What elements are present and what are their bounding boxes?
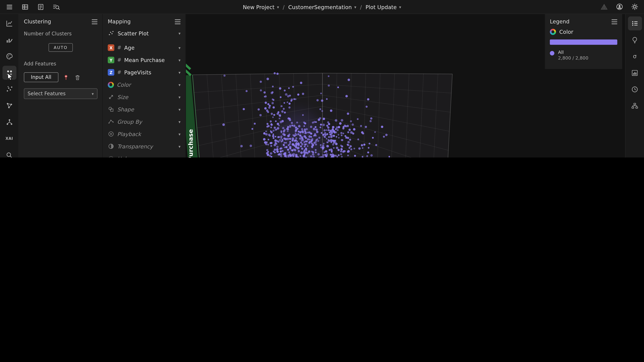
panel-menu-icon[interactable] [92,19,98,24]
mapping-feature-label: Playback [117,131,176,137]
clustering-panel-title: Clustering [24,18,51,24]
color-wheel-icon [108,81,114,88]
scatter-tool-icon[interactable] [2,82,16,96]
mapping-row-y[interactable]: Y # Mean Purchase ▾ [103,54,186,66]
settings-gear-icon[interactable] [630,2,639,11]
chevron-down-icon[interactable]: ▾ [178,45,181,50]
chevron-down-icon[interactable]: ▾ [178,144,181,149]
add-features-row: Input All [19,72,102,82]
legend-group-name: All [558,50,588,55]
plot-tool-icon[interactable] [2,16,16,30]
breadcrumb-separator: / [360,4,362,10]
mapping-row-z[interactable]: Z # PageVisits ▾ [103,66,186,78]
history-icon[interactable] [628,82,642,96]
mapping-panel: Mapping Scatter Plot ▾ X # Age ▾ Y # Mea… [103,14,186,157]
select-features-dropdown[interactable]: Select Features ▾ [24,88,98,99]
topbar-left-group [5,2,61,11]
user-avatar-icon[interactable] [615,2,624,11]
numeric-type-icon: # [117,69,121,75]
chevron-down-icon[interactable]: ▾ [178,70,181,74]
plot-type-selector[interactable]: Scatter Plot ▾ [103,27,186,39]
input-all-button[interactable]: Input All [24,72,58,82]
mapping-row-color[interactable]: Color ▾ [103,78,186,91]
breadcrumb-plot[interactable]: Plot Update ▾ [366,4,401,10]
mapping-row-transparency[interactable]: Transparency ▾ [103,140,186,152]
mapping-row-halo[interactable]: Halo ▾ [103,152,186,157]
search-tool-icon[interactable] [2,148,16,157]
legend-panel-header: Legend [545,14,622,27]
notes-icon[interactable] [36,2,45,11]
mapping-feature-label: PageVisits [124,69,176,75]
numeric-type-icon: # [117,45,121,51]
breadcrumb-project-label: New Project [243,4,274,10]
chevron-down-icon[interactable]: ▾ [354,5,356,9]
legend-group-swatch[interactable] [550,51,554,55]
mapping-panel-header: Mapping [103,14,186,27]
chevron-down-icon[interactable]: ▾ [178,156,181,157]
chevron-down-icon[interactable]: ▾ [178,95,181,99]
legend-group-row[interactable]: All 2,800 / 2,800 [545,45,622,61]
chevron-down-icon[interactable]: ▾ [277,5,279,9]
y-axis-badge-icon: Y [108,57,114,63]
chevron-down-icon[interactable]: ▾ [178,82,181,87]
chevron-down-icon[interactable]: ▾ [178,31,181,35]
mapping-feature-label: Shape [117,106,176,112]
clustering-panel: Clustering Number of Clusters AUTO Add F… [19,14,103,157]
mapping-row-size[interactable]: Size ▾ [103,91,186,103]
legend-color-bar[interactable] [550,39,617,45]
playback-icon [108,131,114,137]
color-wheel-icon [550,29,556,35]
chevron-down-icon[interactable]: ▾ [178,107,181,112]
data-table-icon[interactable] [20,2,30,11]
svg-text:Y: Mean Purchase: Y: Mean Purchase [187,129,194,157]
mapping-row-playback[interactable]: Playback ▾ [103,128,186,140]
sigma-stats-icon[interactable]: σ [628,49,642,63]
mapping-feature-label: Group By [117,118,176,125]
annotate-chart-icon[interactable] [2,33,16,47]
xai-tool-icon[interactable]: XAI [2,132,16,145]
hierarchy-icon[interactable] [628,99,642,113]
chevron-down-icon[interactable]: ▾ [178,119,181,124]
chart-table-icon[interactable] [628,66,642,80]
right-tool-rail: σ [625,14,644,157]
chevron-down-icon[interactable]: ▾ [399,5,401,9]
chevron-down-icon[interactable]: ▾ [178,58,181,62]
clustering-tool-icon[interactable] [2,66,16,80]
mapping-feature-label: Transparency [117,143,176,149]
select-features-value: Select Features [28,91,66,96]
mapping-feature-label: Color [117,81,176,88]
z-axis-badge-icon: Z [108,69,114,76]
trash-icon[interactable] [74,74,81,81]
panel-menu-icon[interactable] [175,19,180,24]
mapping-row-groupby[interactable]: Group By ▾ [103,115,186,128]
shape-icon [108,106,114,113]
sigma-glyph: σ [633,53,636,60]
mapping-row-x[interactable]: X # Age ▾ [103,41,186,54]
clustering-panel-header: Clustering [19,14,102,27]
mapping-row-shape[interactable]: Shape ▾ [103,103,186,115]
unpin-icon[interactable] [62,74,70,81]
mapping-feature-label: Size [117,94,176,100]
main-menu-icon[interactable] [5,2,14,11]
legend-section-label: Color [560,29,573,35]
flow-tool-icon[interactable] [2,115,16,129]
xai-tool-label: XAI [6,136,13,140]
app-window: X: AgeY: Mean PurchaseZ: PageVisits25.03… [0,0,644,157]
breadcrumb-dataset[interactable]: CustomerSegmentation ▾ [288,4,356,10]
breadcrumb-separator: / [283,4,284,10]
legend-panel-title: Legend [550,18,570,24]
pyramid-icon[interactable] [600,2,609,11]
mapping-panel-title: Mapping [108,18,130,24]
breadcrumb-project[interactable]: New Project ▾ [243,4,279,10]
group-by-icon [108,118,114,125]
breadcrumb: New Project ▾ / CustomerSegmentation ▾ /… [243,0,401,14]
chevron-down-icon[interactable]: ▾ [178,132,181,136]
add-features-label: Add Features [19,57,102,67]
auto-clusters-button[interactable]: AUTO [48,43,73,52]
network-tool-icon[interactable] [2,99,16,113]
insights-lightbulb-icon[interactable] [628,33,642,47]
search-data-icon[interactable] [52,2,61,11]
legend-list-icon[interactable] [628,16,642,30]
palette-icon[interactable] [2,49,16,63]
panel-menu-icon[interactable] [612,19,617,24]
